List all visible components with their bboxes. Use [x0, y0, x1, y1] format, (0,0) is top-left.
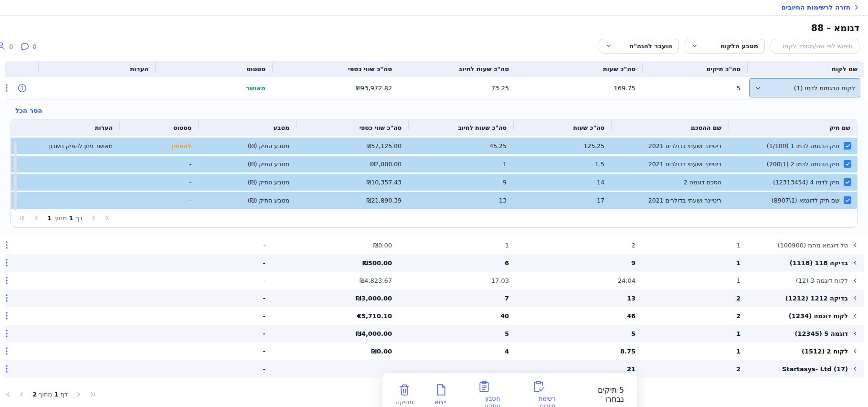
row-kebab-menu-icon[interactable]: [3, 364, 11, 373]
next-page-button[interactable]: [75, 391, 82, 397]
comments-icon[interactable]: [20, 42, 30, 52]
transaction-invoice-label: חשבון עסקה: [468, 395, 500, 407]
file-row[interactable]: תיק הדגמה לדמו 1 (1/100) ריטיינר ושעתי ב…: [11, 138, 857, 154]
row-kebab-menu-icon[interactable]: [3, 294, 11, 302]
transaction-invoice-button[interactable]: חשבון עסקה: [468, 380, 500, 407]
subcol-total-value[interactable]: סה"כ שווי כספי: [296, 119, 408, 136]
client-row[interactable]: דוגמה 5 (12345) 1 5 5 ₪4,000.00 -: [5, 325, 864, 343]
row-kebab-menu-icon[interactable]: [3, 241, 11, 249]
chevron-left-icon[interactable]: [852, 277, 858, 284]
checkbox-checked-icon[interactable]: [844, 142, 851, 150]
file-status-badge: -: [119, 161, 198, 168]
file-status-badge: -: [119, 179, 198, 186]
first-page-button[interactable]: [5, 391, 11, 397]
subcol-total-hours[interactable]: סה"כ שעות: [513, 119, 611, 136]
client-name: בדיקה 1212 (1212): [785, 295, 848, 302]
client-billable-hours: 1: [399, 242, 516, 249]
next-page-button[interactable]: [90, 215, 96, 221]
subcol-currency[interactable]: מטבע: [198, 119, 296, 136]
billing-list-button[interactable]: רשימת חיובים: [521, 380, 555, 407]
search-input[interactable]: [777, 43, 853, 50]
file-row[interactable]: שם תיק לדוגמא (1\8907) ריטיינר ושעתי בדו…: [11, 192, 857, 209]
export-button[interactable]: ייצוא: [434, 384, 447, 406]
chevron-left-icon[interactable]: [852, 330, 858, 337]
client-row[interactable]: לקוח דוגמה 3 (12) 1 24.04 17.03 ₪4,823.6…: [5, 272, 864, 289]
col-billable-hours[interactable]: סה"כ שעות לחיוב: [399, 61, 516, 77]
prev-page-button[interactable]: [33, 215, 40, 221]
client-name: לקוח הדגמות לדמו (1): [794, 85, 855, 92]
col-total-hours[interactable]: סה"כ שעות: [516, 61, 642, 77]
subtable-scrollbar[interactable]: [14, 141, 17, 210]
checkbox-checked-icon[interactable]: [844, 196, 851, 204]
last-page-button[interactable]: [89, 391, 95, 397]
file-currency: מטבע התיק (₪): [198, 161, 296, 168]
chevron-left-icon[interactable]: [852, 312, 858, 319]
chevron-left-icon[interactable]: [852, 242, 858, 248]
row-kebab-menu-icon[interactable]: [3, 276, 11, 285]
row-kebab-menu-icon[interactable]: [3, 258, 11, 267]
client-total-files: 1: [642, 330, 747, 337]
info-icon[interactable]: [17, 83, 27, 93]
client-billable-hours: 6: [399, 259, 516, 267]
file-billable-hours: 45.25: [408, 142, 513, 150]
client-row[interactable]: לקוח 2 (1512) 1 8.75 4 ₪0.00 -: [5, 343, 864, 360]
client-billable-hours: 73.25: [399, 85, 516, 92]
client-status: -: [155, 259, 272, 267]
row-kebab-menu-icon[interactable]: [3, 347, 11, 355]
files-subtable-card: שם תיק שם ההסכם סה"כ שעות סה"כ שעות לחיו…: [11, 119, 857, 228]
subcol-notes[interactable]: הערות: [11, 119, 119, 136]
col-actions: [5, 61, 38, 77]
subtable-pagination: דף 1 מתוך 1: [11, 209, 857, 227]
back-to-billing-lists-link[interactable]: חזרה לרשימות החיובים: [782, 3, 859, 11]
client-total-value: €5,710.10: [357, 312, 392, 320]
col-total-files[interactable]: סה"כ תיקים: [642, 61, 747, 77]
client-status: -: [155, 330, 272, 337]
client-name: Startasys- Ltd (17): [782, 365, 848, 373]
client-row-expanded[interactable]: לקוח הדגמות לדמו (1) 5 169.75 73.25 ₪93,…: [5, 77, 864, 100]
file-notes: מאושר ניתן להפיק חשבון: [11, 142, 119, 150]
row-kebab-menu-icon[interactable]: [3, 329, 11, 338]
user-notifications-icon[interactable]: [0, 41, 6, 52]
client-select-cell[interactable]: לקוח הדגמות לדמו (1): [749, 78, 860, 97]
file-total-hours: 1.5: [513, 161, 611, 168]
col-client-name[interactable]: שם לקוח: [747, 61, 864, 77]
chevron-left-icon[interactable]: [852, 348, 858, 354]
file-currency: מטבע התיק (₪): [198, 142, 296, 150]
file-row[interactable]: תיק הדגמה לדמו 2 (1\200) ריטיינר ושעתי ב…: [11, 156, 857, 172]
col-status[interactable]: סטטוס: [155, 61, 272, 77]
client-search-pill: [771, 39, 859, 54]
file-billable-hours: 9: [408, 179, 513, 186]
row-kebab-menu-icon[interactable]: [3, 311, 11, 320]
main-table-header: שם לקוח סה"כ תיקים סה"כ שעות סה"כ שעות ל…: [5, 61, 864, 77]
chevron-left-icon[interactable]: [852, 295, 858, 301]
remove-all-link[interactable]: הסר הכל: [15, 107, 868, 114]
delete-button[interactable]: מחיקה: [396, 384, 413, 406]
client-row[interactable]: בדיקה 118 (1118) 1 9 6 ₪500.00 -: [5, 254, 864, 272]
prev-page-button[interactable]: [19, 391, 25, 397]
client-name: לקוח 2 (1512): [802, 348, 848, 355]
col-total-value[interactable]: סה"כ שווי כספי: [272, 61, 399, 77]
client-row[interactable]: לקוח דוגמה (1234) 2 46 40 €5,710.10 -: [5, 307, 864, 325]
client-row[interactable]: בדיקה 1212 (1212) 2 13 7 ₪3,000.00 -: [5, 289, 864, 307]
chevron-left-icon[interactable]: [852, 365, 858, 372]
row-kebab-menu-icon[interactable]: [3, 84, 11, 92]
client-rows-list: טל דוגמא מהמ (100900) 1 2 1 ₪0.00 - בדיק…: [0, 236, 868, 378]
file-row[interactable]: תיק לדמו 4 (12313454) הסכם דוגמה 2 14 9 …: [11, 174, 857, 191]
checkbox-checked-icon[interactable]: [844, 160, 851, 168]
last-page-button[interactable]: [104, 215, 110, 221]
col-notes[interactable]: הערות: [38, 61, 155, 77]
selection-action-bar: 5 תיקים נבחרו רשימת חיובים חשבון עסקה יי…: [382, 373, 638, 407]
subcol-status[interactable]: סטטוס: [119, 119, 198, 136]
first-page-button[interactable]: [20, 215, 26, 221]
subcol-file-name[interactable]: שם תיק: [728, 119, 857, 136]
main-page-indicator: דף 1 מתוך 2: [32, 391, 68, 398]
client-row[interactable]: טל דוגמא מהמ (100900) 1 2 1 ₪0.00 -: [5, 236, 864, 254]
transferred-to-accounting-dropdown[interactable]: הועבר להנה"ח: [599, 39, 679, 54]
checkbox-checked-icon[interactable]: [844, 178, 851, 186]
chevron-left-icon[interactable]: [852, 259, 858, 266]
file-total-hours: 17: [513, 197, 611, 204]
client-currency-dropdown[interactable]: מטבע הלקוח: [685, 39, 765, 54]
subcol-agreement-name[interactable]: שם ההסכם: [611, 119, 728, 136]
subcol-billable-hours[interactable]: סה"כ שעות לחיוב: [408, 119, 513, 136]
client-total-value: ₪4,823.67: [360, 277, 392, 284]
